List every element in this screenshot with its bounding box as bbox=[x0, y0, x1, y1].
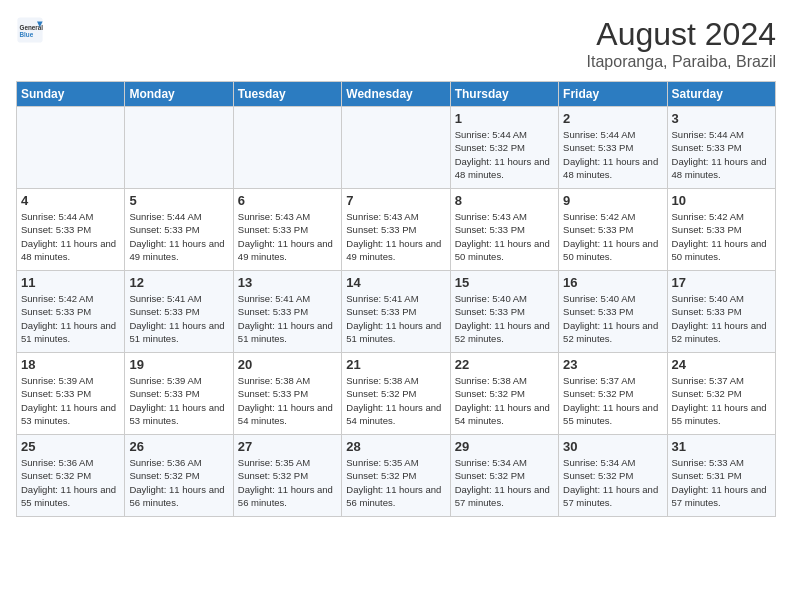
calendar-cell: 18Sunrise: 5:39 AMSunset: 5:33 PMDayligh… bbox=[17, 353, 125, 435]
day-info: Sunrise: 5:42 AMSunset: 5:33 PMDaylight:… bbox=[21, 292, 120, 345]
page-container: General Blue August 2024 Itaporanga, Par… bbox=[0, 0, 792, 527]
day-number: 26 bbox=[129, 439, 228, 454]
day-info: Sunrise: 5:41 AMSunset: 5:33 PMDaylight:… bbox=[238, 292, 337, 345]
day-number: 12 bbox=[129, 275, 228, 290]
day-info: Sunrise: 5:34 AMSunset: 5:32 PMDaylight:… bbox=[455, 456, 554, 509]
col-friday: Friday bbox=[559, 82, 667, 107]
calendar-cell: 4Sunrise: 5:44 AMSunset: 5:33 PMDaylight… bbox=[17, 189, 125, 271]
day-info: Sunrise: 5:39 AMSunset: 5:33 PMDaylight:… bbox=[129, 374, 228, 427]
day-info: Sunrise: 5:35 AMSunset: 5:32 PMDaylight:… bbox=[238, 456, 337, 509]
day-number: 2 bbox=[563, 111, 662, 126]
calendar-cell: 5Sunrise: 5:44 AMSunset: 5:33 PMDaylight… bbox=[125, 189, 233, 271]
day-number: 17 bbox=[672, 275, 771, 290]
day-info: Sunrise: 5:36 AMSunset: 5:32 PMDaylight:… bbox=[129, 456, 228, 509]
day-number: 13 bbox=[238, 275, 337, 290]
title-block: August 2024 Itaporanga, Paraiba, Brazil bbox=[587, 16, 776, 71]
day-info: Sunrise: 5:44 AMSunset: 5:33 PMDaylight:… bbox=[129, 210, 228, 263]
day-info: Sunrise: 5:44 AMSunset: 5:33 PMDaylight:… bbox=[672, 128, 771, 181]
calendar-cell: 7Sunrise: 5:43 AMSunset: 5:33 PMDaylight… bbox=[342, 189, 450, 271]
calendar-cell: 25Sunrise: 5:36 AMSunset: 5:32 PMDayligh… bbox=[17, 435, 125, 517]
day-info: Sunrise: 5:34 AMSunset: 5:32 PMDaylight:… bbox=[563, 456, 662, 509]
day-number: 20 bbox=[238, 357, 337, 372]
calendar-cell: 30Sunrise: 5:34 AMSunset: 5:32 PMDayligh… bbox=[559, 435, 667, 517]
calendar-week-1: 1Sunrise: 5:44 AMSunset: 5:32 PMDaylight… bbox=[17, 107, 776, 189]
day-number: 30 bbox=[563, 439, 662, 454]
col-wednesday: Wednesday bbox=[342, 82, 450, 107]
calendar-cell: 1Sunrise: 5:44 AMSunset: 5:32 PMDaylight… bbox=[450, 107, 558, 189]
calendar-cell: 12Sunrise: 5:41 AMSunset: 5:33 PMDayligh… bbox=[125, 271, 233, 353]
day-info: Sunrise: 5:36 AMSunset: 5:32 PMDaylight:… bbox=[21, 456, 120, 509]
day-info: Sunrise: 5:44 AMSunset: 5:33 PMDaylight:… bbox=[21, 210, 120, 263]
day-number: 7 bbox=[346, 193, 445, 208]
col-thursday: Thursday bbox=[450, 82, 558, 107]
col-monday: Monday bbox=[125, 82, 233, 107]
calendar-cell: 13Sunrise: 5:41 AMSunset: 5:33 PMDayligh… bbox=[233, 271, 341, 353]
calendar-cell: 24Sunrise: 5:37 AMSunset: 5:32 PMDayligh… bbox=[667, 353, 775, 435]
calendar-cell: 23Sunrise: 5:37 AMSunset: 5:32 PMDayligh… bbox=[559, 353, 667, 435]
day-info: Sunrise: 5:41 AMSunset: 5:33 PMDaylight:… bbox=[346, 292, 445, 345]
calendar-cell: 17Sunrise: 5:40 AMSunset: 5:33 PMDayligh… bbox=[667, 271, 775, 353]
day-number: 11 bbox=[21, 275, 120, 290]
day-info: Sunrise: 5:44 AMSunset: 5:32 PMDaylight:… bbox=[455, 128, 554, 181]
calendar-week-5: 25Sunrise: 5:36 AMSunset: 5:32 PMDayligh… bbox=[17, 435, 776, 517]
calendar-cell bbox=[342, 107, 450, 189]
day-number: 16 bbox=[563, 275, 662, 290]
day-number: 23 bbox=[563, 357, 662, 372]
calendar-cell: 20Sunrise: 5:38 AMSunset: 5:33 PMDayligh… bbox=[233, 353, 341, 435]
day-number: 22 bbox=[455, 357, 554, 372]
day-number: 25 bbox=[21, 439, 120, 454]
day-info: Sunrise: 5:38 AMSunset: 5:32 PMDaylight:… bbox=[346, 374, 445, 427]
calendar-table: Sunday Monday Tuesday Wednesday Thursday… bbox=[16, 81, 776, 517]
day-info: Sunrise: 5:37 AMSunset: 5:32 PMDaylight:… bbox=[563, 374, 662, 427]
day-info: Sunrise: 5:35 AMSunset: 5:32 PMDaylight:… bbox=[346, 456, 445, 509]
header: General Blue August 2024 Itaporanga, Par… bbox=[16, 16, 776, 71]
day-info: Sunrise: 5:38 AMSunset: 5:32 PMDaylight:… bbox=[455, 374, 554, 427]
day-info: Sunrise: 5:44 AMSunset: 5:33 PMDaylight:… bbox=[563, 128, 662, 181]
day-info: Sunrise: 5:38 AMSunset: 5:33 PMDaylight:… bbox=[238, 374, 337, 427]
day-number: 1 bbox=[455, 111, 554, 126]
col-tuesday: Tuesday bbox=[233, 82, 341, 107]
day-info: Sunrise: 5:43 AMSunset: 5:33 PMDaylight:… bbox=[238, 210, 337, 263]
calendar-cell bbox=[125, 107, 233, 189]
day-number: 28 bbox=[346, 439, 445, 454]
day-number: 10 bbox=[672, 193, 771, 208]
day-number: 9 bbox=[563, 193, 662, 208]
day-info: Sunrise: 5:40 AMSunset: 5:33 PMDaylight:… bbox=[672, 292, 771, 345]
day-number: 31 bbox=[672, 439, 771, 454]
day-info: Sunrise: 5:40 AMSunset: 5:33 PMDaylight:… bbox=[455, 292, 554, 345]
calendar-cell: 10Sunrise: 5:42 AMSunset: 5:33 PMDayligh… bbox=[667, 189, 775, 271]
calendar-cell: 19Sunrise: 5:39 AMSunset: 5:33 PMDayligh… bbox=[125, 353, 233, 435]
day-number: 3 bbox=[672, 111, 771, 126]
day-number: 4 bbox=[21, 193, 120, 208]
day-number: 21 bbox=[346, 357, 445, 372]
calendar-week-4: 18Sunrise: 5:39 AMSunset: 5:33 PMDayligh… bbox=[17, 353, 776, 435]
day-number: 14 bbox=[346, 275, 445, 290]
day-info: Sunrise: 5:42 AMSunset: 5:33 PMDaylight:… bbox=[672, 210, 771, 263]
day-info: Sunrise: 5:37 AMSunset: 5:32 PMDaylight:… bbox=[672, 374, 771, 427]
calendar-cell: 29Sunrise: 5:34 AMSunset: 5:32 PMDayligh… bbox=[450, 435, 558, 517]
day-info: Sunrise: 5:42 AMSunset: 5:33 PMDaylight:… bbox=[563, 210, 662, 263]
header-row: Sunday Monday Tuesday Wednesday Thursday… bbox=[17, 82, 776, 107]
day-info: Sunrise: 5:43 AMSunset: 5:33 PMDaylight:… bbox=[455, 210, 554, 263]
calendar-week-3: 11Sunrise: 5:42 AMSunset: 5:33 PMDayligh… bbox=[17, 271, 776, 353]
day-info: Sunrise: 5:40 AMSunset: 5:33 PMDaylight:… bbox=[563, 292, 662, 345]
calendar-cell: 6Sunrise: 5:43 AMSunset: 5:33 PMDaylight… bbox=[233, 189, 341, 271]
col-sunday: Sunday bbox=[17, 82, 125, 107]
svg-text:Blue: Blue bbox=[20, 31, 34, 38]
calendar-cell: 14Sunrise: 5:41 AMSunset: 5:33 PMDayligh… bbox=[342, 271, 450, 353]
calendar-cell: 27Sunrise: 5:35 AMSunset: 5:32 PMDayligh… bbox=[233, 435, 341, 517]
day-number: 6 bbox=[238, 193, 337, 208]
calendar-cell: 21Sunrise: 5:38 AMSunset: 5:32 PMDayligh… bbox=[342, 353, 450, 435]
calendar-cell: 15Sunrise: 5:40 AMSunset: 5:33 PMDayligh… bbox=[450, 271, 558, 353]
calendar-cell: 9Sunrise: 5:42 AMSunset: 5:33 PMDaylight… bbox=[559, 189, 667, 271]
day-number: 29 bbox=[455, 439, 554, 454]
calendar-cell: 8Sunrise: 5:43 AMSunset: 5:33 PMDaylight… bbox=[450, 189, 558, 271]
calendar-cell: 11Sunrise: 5:42 AMSunset: 5:33 PMDayligh… bbox=[17, 271, 125, 353]
calendar-cell: 3Sunrise: 5:44 AMSunset: 5:33 PMDaylight… bbox=[667, 107, 775, 189]
calendar-cell bbox=[233, 107, 341, 189]
day-info: Sunrise: 5:39 AMSunset: 5:33 PMDaylight:… bbox=[21, 374, 120, 427]
day-number: 27 bbox=[238, 439, 337, 454]
calendar-cell: 22Sunrise: 5:38 AMSunset: 5:32 PMDayligh… bbox=[450, 353, 558, 435]
calendar-cell: 28Sunrise: 5:35 AMSunset: 5:32 PMDayligh… bbox=[342, 435, 450, 517]
logo: General Blue bbox=[16, 16, 44, 44]
